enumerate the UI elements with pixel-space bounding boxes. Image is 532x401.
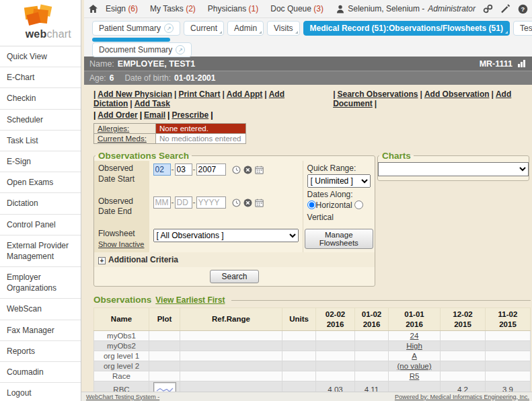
print-chart-link[interactable]: Print Chart — [178, 89, 220, 99]
sidebar-item-quick-view[interactable]: Quick View — [0, 46, 81, 67]
sidebar-item-external-provider-management[interactable]: External Provider Management — [0, 235, 81, 267]
vertical-radio[interactable] — [354, 200, 363, 209]
calendar-icon[interactable] — [255, 166, 264, 174]
search-button[interactable]: Search — [210, 270, 258, 283]
user-icon — [336, 5, 344, 13]
topnav-esign[interactable]: Esign (6) — [106, 4, 138, 13]
tab-patient-summary[interactable]: Patient Summary ↗ — [92, 21, 180, 36]
link-icon[interactable] — [483, 4, 493, 13]
manage-flowsheets-button[interactable]: Manage Flowsheets — [305, 229, 373, 249]
topnav-my-tasks[interactable]: My Tasks (2) — [150, 4, 196, 13]
topnav-doc-queue[interactable]: Doc Queue (3) — [270, 4, 324, 13]
sidebar-item-dictation[interactable]: Dictation — [0, 193, 81, 214]
allergies-meds-box: Allergies: None entered. Current Meds: N… — [93, 123, 246, 144]
charts-select[interactable] — [378, 162, 529, 176]
sidebar-item-webscan[interactable]: WebScan — [0, 299, 81, 320]
tab-current[interactable]: Current — [184, 21, 224, 36]
observations-title: Observations — [93, 295, 151, 305]
vertical-radio-label: Vertical — [307, 213, 334, 222]
sidebar-item-control-panel[interactable]: Control Panel — [0, 215, 81, 235]
table-row: myObs2 High — [94, 340, 531, 351]
sidebar-item-employer-organizations[interactable]: Employer Organizations — [0, 267, 81, 299]
add-new-physician-link[interactable]: Add New Physician — [98, 89, 172, 99]
show-inactive-link[interactable]: Show Inactive — [98, 240, 144, 248]
obs-value-link[interactable]: (no value) — [397, 362, 431, 370]
obs-value-link[interactable]: High — [406, 342, 422, 350]
obs-name: Race — [94, 371, 149, 381]
sidebar-item-scheduler[interactable]: Scheduler — [0, 110, 81, 131]
obs-value-link[interactable]: 24 — [410, 332, 419, 340]
tab-admin[interactable]: Admin — [227, 21, 264, 36]
footer-system-link[interactable]: WebChart Testing System - — [86, 394, 159, 400]
allergies-link[interactable]: Allergies: — [98, 124, 129, 133]
tab-document-summary[interactable]: Document Summary ↗ — [92, 42, 192, 57]
col-plot: Plot — [149, 308, 180, 331]
svg-text:?: ? — [521, 5, 525, 12]
calendar-icon[interactable] — [255, 198, 264, 207]
quick-range-select[interactable]: [ Unlimited ] — [307, 174, 371, 188]
end-month-input[interactable] — [153, 196, 171, 209]
add-task-link[interactable]: Add Task — [135, 99, 170, 108]
prescribe-link[interactable]: Prescribe — [172, 110, 208, 120]
time-icon[interactable] — [232, 198, 241, 207]
clear-date-icon[interactable] — [243, 166, 252, 174]
current-meds-link[interactable]: Current Meds: — [98, 135, 147, 143]
sidebar-item-checkin[interactable]: Checkin — [0, 88, 81, 109]
tab-visits[interactable]: Visits — [267, 21, 299, 36]
dob-label: Date of birth: — [124, 73, 171, 83]
add-appt-link[interactable]: Add Appt — [227, 89, 263, 99]
end-day-input[interactable] — [175, 196, 192, 209]
sidebar-item-fax-manager[interactable]: Fax Manager — [0, 320, 81, 341]
view-earliest-first-link[interactable]: View Earliest First — [155, 295, 225, 305]
sidebar: webchart Quick View E-Chart Checkin Sche… — [0, 0, 81, 401]
expand-additional-criteria-icon[interactable]: + — [98, 257, 106, 264]
sidebar-item-logout[interactable]: Logout — [0, 383, 81, 401]
webchart-wordmark: webchart — [4, 28, 77, 43]
tab-test-results[interactable]: Test Results — [513, 21, 532, 36]
col-date-1: 02-022016 — [316, 308, 355, 331]
current-meds-value: No medications entered — [156, 134, 246, 144]
popout-icon[interactable]: ↗ — [176, 45, 185, 54]
help-icon[interactable]: ? — [518, 4, 528, 14]
obs-name: org level 1 — [94, 351, 149, 361]
col-units: Units — [282, 308, 316, 331]
time-icon[interactable] — [232, 166, 241, 174]
flowsheet-select[interactable]: [ All Observations ] — [153, 229, 299, 242]
sidebar-item-e-sign[interactable]: E-Sign — [0, 151, 81, 172]
clear-date-icon[interactable] — [243, 198, 252, 207]
table-row: org level 1 A — [94, 351, 531, 361]
home-icon[interactable] — [88, 4, 98, 13]
footer-powered-by-link[interactable]: Powered by: Medical Informatics Engineer… — [395, 394, 529, 400]
tab-medical-record-observations[interactable]: Medical Record (51):Observations/Flowshe… — [303, 21, 510, 36]
end-year-input[interactable] — [196, 196, 226, 209]
popout-icon[interactable]: ↗ — [164, 24, 174, 33]
table-row: org level 2 (no value) — [94, 361, 531, 371]
sidebar-item-e-chart[interactable]: E-Chart — [0, 67, 81, 88]
start-month-input[interactable] — [153, 163, 171, 176]
webchart-logo[interactable]: webchart — [0, 0, 81, 46]
horizontal-radio[interactable] — [307, 200, 316, 209]
charts-legend: Charts — [379, 151, 414, 161]
sidebar-item-task-list[interactable]: Task List — [0, 131, 81, 151]
sidebar-item-open-exams[interactable]: Open Exams — [0, 172, 81, 193]
obs-name: org level 2 — [94, 361, 149, 371]
user-menu[interactable]: Selenium, Selenium - Administrator — [336, 4, 476, 13]
observed-date-start-label: Observed Date Start — [94, 161, 149, 194]
add-order-link[interactable]: Add Order — [98, 110, 137, 120]
email-link[interactable]: Email — [144, 110, 165, 120]
webchart-logo-icon — [20, 4, 61, 28]
obs-value-link[interactable]: A — [412, 352, 417, 360]
observations-search-legend: Observations Search — [96, 151, 192, 161]
search-observations-link[interactable]: Search Observations — [337, 89, 418, 99]
add-observation-link[interactable]: Add Observation — [424, 89, 490, 99]
wand-icon[interactable] — [500, 4, 510, 13]
topnav-physicians[interactable]: Physicians (1) — [208, 4, 258, 13]
start-year-input[interactable] — [196, 163, 226, 176]
sidebar-item-coumadin[interactable]: Coumadin — [0, 362, 81, 383]
top-bar: Esign (6) My Tasks (2) Physicians (1) Do… — [84, 0, 532, 18]
sidebar-item-reports[interactable]: Reports — [0, 341, 81, 362]
obs-value-link[interactable]: R5 — [410, 372, 420, 380]
start-day-input[interactable] — [175, 163, 192, 176]
chart-graph-icon[interactable] — [517, 59, 527, 68]
chart-action-links: |Add New Physician|Print Chart|Add Appt|… — [93, 89, 531, 108]
